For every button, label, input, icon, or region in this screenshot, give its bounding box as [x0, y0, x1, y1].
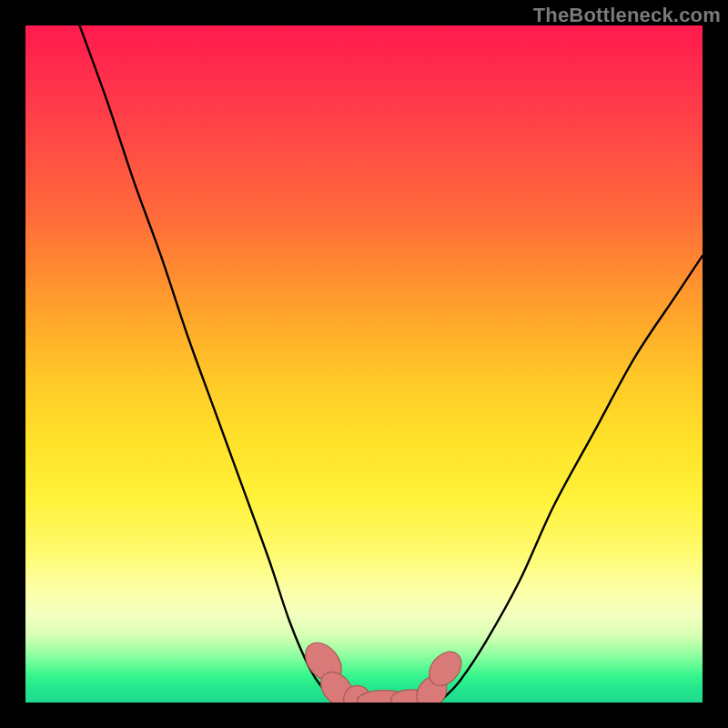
- outer-frame: TheBottleneck.com: [0, 0, 728, 728]
- watermark-label: TheBottleneck.com: [533, 4, 721, 27]
- curve-line: [80, 25, 703, 703]
- curve-svg: [25, 25, 703, 703]
- plot-area: [25, 25, 703, 703]
- valley-markers: [298, 636, 469, 703]
